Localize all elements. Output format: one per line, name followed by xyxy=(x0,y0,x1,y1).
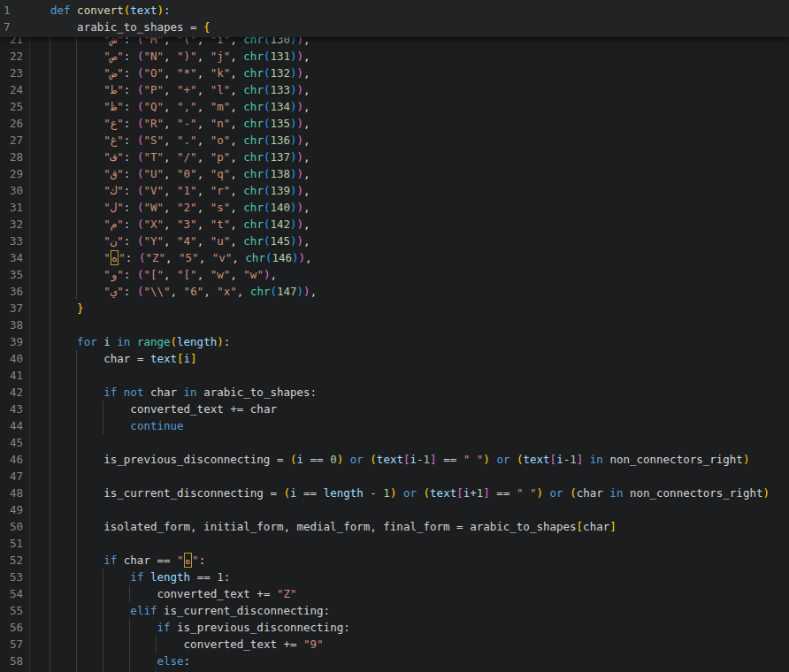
code-line[interactable]: 49 xyxy=(0,501,789,518)
token: elif xyxy=(130,604,157,617)
code-line[interactable]: 50isolated_form, initial_form, medial_fo… xyxy=(0,518,789,535)
token: ) xyxy=(537,486,544,500)
code-line[interactable]: 24"ط": ("P", "+", "l", chr(133)), xyxy=(0,81,789,98)
line-number[interactable]: 51 xyxy=(0,535,23,552)
line-number[interactable]: 35 xyxy=(0,266,23,283)
token: ) xyxy=(290,83,297,96)
code-line[interactable]: 38 xyxy=(0,317,789,333)
line-number[interactable]: 33 xyxy=(0,233,23,249)
line-number[interactable]: 23 xyxy=(0,65,23,81)
token: non_connectors_right xyxy=(623,486,762,500)
line-number[interactable]: 44 xyxy=(0,417,23,434)
line-number[interactable]: 56 xyxy=(0,619,23,636)
line-number[interactable]: 42 xyxy=(0,384,23,401)
line-number[interactable]: 53 xyxy=(0,569,23,585)
code-line[interactable]: 53if length == 1: xyxy=(0,569,789,585)
line-number[interactable]: 26 xyxy=(0,115,23,132)
token: converted_text xyxy=(157,587,257,600)
line-number[interactable]: 29 xyxy=(0,165,23,182)
code-line[interactable]: 55elif is_current_disconnecting: xyxy=(0,602,789,619)
line-number[interactable]: 36 xyxy=(0,283,23,300)
code-line[interactable]: 46is_previous_disconnecting = (i == 0) o… xyxy=(0,451,789,468)
code-line[interactable]: 23"ض": ("O", "*", "k", chr(132)), xyxy=(0,65,789,81)
code-line[interactable]: 51 xyxy=(0,535,789,552)
code-line[interactable]: 44continue xyxy=(0,417,789,434)
code-line[interactable]: 40char = text[i] xyxy=(0,350,789,367)
line-number[interactable]: 46 xyxy=(0,451,23,468)
line-number[interactable]: 32 xyxy=(0,216,23,233)
line-number[interactable]: 24 xyxy=(0,81,23,98)
line-number[interactable]: 58 xyxy=(0,653,23,669)
code-line[interactable]: 47 xyxy=(0,468,789,485)
line-number[interactable]: 47 xyxy=(0,468,23,485)
token: , xyxy=(230,234,243,248)
code-text: "ك": ("V", "1", "r", chr(139)), xyxy=(50,182,310,199)
line-number[interactable]: 37 xyxy=(0,300,23,317)
line-number[interactable]: 48 xyxy=(0,485,23,501)
line-number[interactable]: 34 xyxy=(0,249,23,266)
code-line[interactable]: 30"ك": ("V", "1", "r", chr(139)), xyxy=(0,182,789,199)
line-number[interactable]: 43 xyxy=(0,401,23,417)
line-number[interactable]: 22 xyxy=(0,48,23,65)
line-number[interactable]: 25 xyxy=(0,98,23,115)
line-number[interactable]: 52 xyxy=(0,552,23,569)
code-line[interactable]: 34"ه": ("Z", "5", "v", chr(146)), xyxy=(0,249,789,266)
line-number[interactable]: 54 xyxy=(0,585,23,602)
code-line[interactable]: 28"ف": ("T", "/", "p", chr(137)), xyxy=(0,149,789,165)
code-line[interactable]: 58else: xyxy=(0,653,789,669)
code-line[interactable]: 45 xyxy=(0,434,789,451)
line-number[interactable]: 55 xyxy=(0,602,23,619)
sticky-scroll-header[interactable]: 1def convert(text):7arabic_to_shapes = { xyxy=(0,0,789,37)
code-text: else: xyxy=(50,653,190,669)
token: "w" xyxy=(243,268,264,281)
code-line[interactable]: 31"ل": ("W", "2", "s", chr(140)), xyxy=(0,199,789,216)
code-line[interactable]: 37} xyxy=(0,300,789,317)
token: text xyxy=(150,352,177,365)
sticky-line[interactable]: 7arabic_to_shapes = { xyxy=(0,19,789,35)
code-line[interactable]: 29"ق": ("U", "0", "q", chr(138)), xyxy=(0,165,789,182)
line-number[interactable]: 38 xyxy=(0,317,23,333)
code-line[interactable]: 26"ع": ("R", "-", "n", chr(135)), xyxy=(0,115,789,132)
code-line[interactable]: 32"م": ("X", "3", "t", chr(142)), xyxy=(0,216,789,233)
code-line[interactable]: 27"غ": ("S", ".", "o", chr(136)), xyxy=(0,132,789,149)
line-number[interactable]: 57 xyxy=(0,636,23,653)
code-line[interactable]: 33"ن": ("Y", "4", "u", chr(145)), xyxy=(0,233,789,249)
code-line[interactable]: 36"ي": ("\\", "6", "x", chr(147)), xyxy=(0,283,789,300)
token: ] xyxy=(430,453,437,466)
code-line[interactable]: 57converted_text += "9" xyxy=(0,636,789,653)
line-number[interactable]: 31 xyxy=(0,199,23,216)
code-line[interactable]: 56if is_previous_disconnecting: xyxy=(0,619,789,636)
line-number[interactable]: 1 xyxy=(0,2,23,19)
code-line[interactable]: 54converted_text += "Z" xyxy=(0,585,789,602)
token: converted_text xyxy=(130,402,230,416)
code-line[interactable]: 52if char == "ه": xyxy=(0,552,789,569)
code-line[interactable]: 39for i in range(length): xyxy=(0,333,789,350)
code-line[interactable]: 35"و": ("[", "[", "w", "w"), xyxy=(0,266,789,283)
line-number[interactable]: 7 xyxy=(0,19,23,35)
line-number[interactable]: 41 xyxy=(0,367,23,384)
code-line[interactable]: 22"ص": ("N", ")", "j", chr(131)), xyxy=(0,48,789,65)
token: "P" xyxy=(143,83,164,96)
line-number[interactable]: 28 xyxy=(0,149,23,165)
line-number[interactable]: 39 xyxy=(0,333,23,350)
code-line[interactable]: 25"ظ": ("Q", ",", "m", chr(134)), xyxy=(0,98,789,115)
line-number[interactable]: 45 xyxy=(0,434,23,451)
token: - xyxy=(364,486,384,500)
line-number[interactable]: 50 xyxy=(0,518,23,535)
token: 140 xyxy=(270,201,290,214)
code-line[interactable]: 48is_current_disconnecting = (i == lengt… xyxy=(0,485,789,501)
code-line[interactable]: 42if not char in arabic_to_shapes: xyxy=(0,384,789,401)
code-editor[interactable]: 21"ش": ("M", "(", "i", chr(130)),22"ص": … xyxy=(0,0,789,672)
line-number[interactable]: 27 xyxy=(0,132,23,149)
token: [ xyxy=(456,486,463,500)
token: "3" xyxy=(177,218,197,231)
code-line[interactable]: 43converted_text += char xyxy=(0,401,789,417)
code-line[interactable]: 41 xyxy=(0,367,789,384)
line-number[interactable]: 49 xyxy=(0,501,23,518)
sticky-line[interactable]: 1def convert(text): xyxy=(0,2,789,19)
line-number[interactable]: 40 xyxy=(0,350,23,367)
code-text: "و": ("[", "[", "w", "w"), xyxy=(50,266,277,283)
code-text: converted_text += "9" xyxy=(50,636,324,653)
line-number[interactable]: 30 xyxy=(0,182,23,199)
token: 0 xyxy=(330,453,337,466)
